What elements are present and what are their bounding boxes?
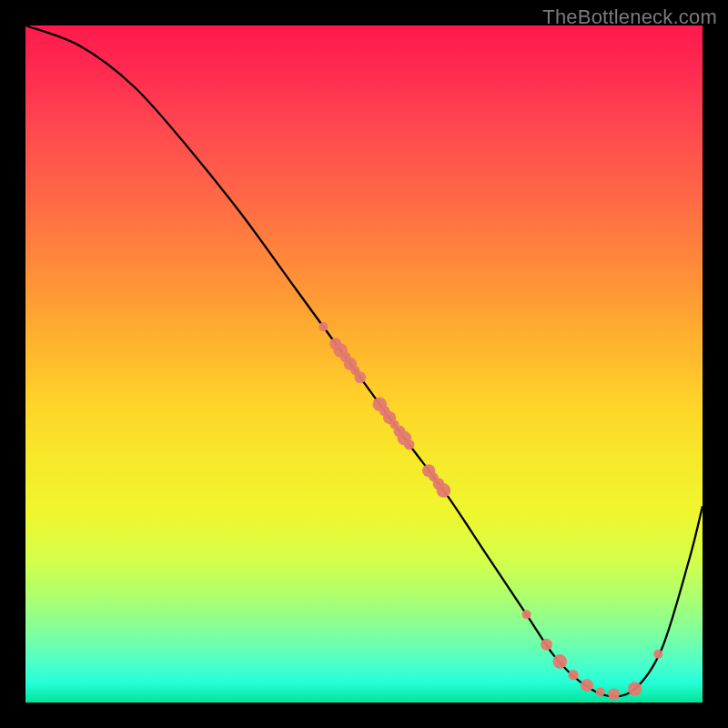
data-marker — [628, 682, 642, 696]
data-marker — [541, 639, 552, 651]
data-marker — [596, 688, 605, 697]
data-marker — [553, 654, 568, 669]
data-marker — [404, 440, 414, 450]
watermark-text: TheBottleneck.com — [542, 5, 717, 29]
data-marker — [437, 483, 451, 498]
data-marker — [608, 689, 620, 701]
data-marker — [581, 679, 593, 692]
data-marker — [653, 650, 662, 659]
bottleneck-curve-path — [25, 25, 703, 696]
data-marker — [318, 322, 328, 331]
data-marker — [522, 610, 531, 619]
data-marker — [354, 371, 366, 383]
marker-group — [318, 322, 662, 700]
chart-plot-area — [25, 25, 703, 703]
data-marker — [568, 670, 578, 680]
chart-svg — [25, 25, 703, 703]
